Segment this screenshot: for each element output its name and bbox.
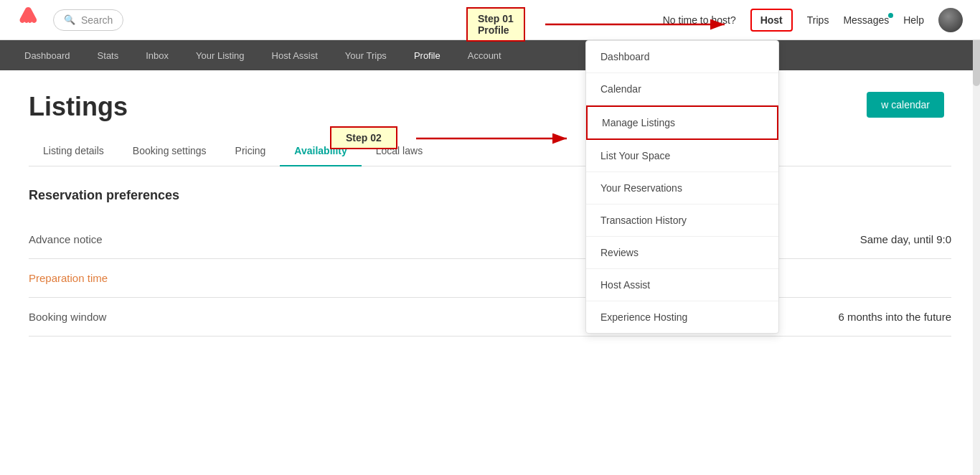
content-section: Reservation preferences Advance notice S…	[29, 188, 951, 337]
messages-button[interactable]: Messages	[843, 14, 889, 26]
page-title: Listings	[29, 92, 951, 122]
avatar[interactable]	[938, 8, 963, 32]
messages-notification-dot	[888, 13, 893, 18]
step01-annotation: Step 01 Profile	[466, 7, 525, 42]
tab-listing-details[interactable]: Listing details	[29, 136, 118, 166]
step02-annotation: Step 02	[330, 126, 397, 149]
dropdown-host-assist[interactable]: Host Assist	[586, 269, 778, 301]
section-title: Reservation preferences	[29, 188, 951, 203]
search-bar[interactable]: 🔍 Search	[53, 9, 123, 31]
host-nav-profile[interactable]: Profile	[411, 50, 443, 61]
host-nav-your-trips[interactable]: Your Trips	[342, 50, 390, 61]
field-preparation-time: Preparation time	[29, 259, 951, 298]
help-button[interactable]: Help	[903, 14, 924, 26]
search-icon: 🔍	[64, 14, 75, 25]
avatar-image	[938, 8, 963, 32]
dropdown-dashboard[interactable]: Dashboard	[586, 41, 778, 73]
dropdown-your-reservations[interactable]: Your Reservations	[586, 172, 778, 204]
advance-notice-label: Advance notice	[29, 233, 103, 245]
no-time-label: No time to host?	[663, 14, 736, 26]
field-booking-window: Booking window 6 months into the future	[29, 298, 951, 337]
tabs: Listing details Booking settings Pricing…	[29, 136, 951, 166]
host-nav-dashboard[interactable]: Dashboard	[22, 50, 73, 61]
scrollbar[interactable]	[973, 0, 980, 475]
host-nav-host-assist[interactable]: Host Assist	[269, 50, 321, 61]
tab-booking-settings[interactable]: Booking settings	[118, 136, 221, 166]
airbnb-logo[interactable]	[17, 6, 39, 34]
search-placeholder: Search	[81, 14, 113, 26]
host-navbar: Dashboard Stats Inbox Your Listing Host …	[0, 40, 980, 70]
host-nav-inbox[interactable]: Inbox	[143, 50, 171, 61]
preparation-time-label: Preparation time	[29, 272, 108, 284]
dropdown-manage-listings[interactable]: Manage Listings	[586, 105, 778, 140]
booking-window-value: 6 months into the future	[838, 311, 951, 323]
host-button[interactable]: Host	[750, 9, 793, 32]
nav-right: No time to host? Host Trips Messages Hel…	[663, 8, 963, 32]
booking-window-label: Booking window	[29, 311, 106, 323]
host-nav-account[interactable]: Account	[465, 50, 504, 61]
advance-notice-value: Same day, until 9:0	[860, 233, 951, 245]
field-advance-notice: Advance notice Same day, until 9:0	[29, 220, 951, 259]
calendar-btn-area: w calendar	[867, 92, 944, 118]
calendar-button[interactable]: w calendar	[867, 92, 944, 118]
trips-button[interactable]: Trips	[807, 14, 829, 26]
dropdown-reviews[interactable]: Reviews	[586, 237, 778, 269]
host-nav-stats[interactable]: Stats	[95, 50, 122, 61]
dropdown-experience-hosting[interactable]: Experience Hosting	[586, 301, 778, 333]
host-nav-your-listing[interactable]: Your Listing	[193, 50, 247, 61]
dropdown-menu: Dashboard Calendar Manage Listings List …	[585, 40, 779, 334]
dropdown-list-your-space[interactable]: List Your Space	[586, 140, 778, 172]
main-content: Listings w calendar Listing details Book…	[0, 70, 980, 358]
dropdown-calendar[interactable]: Calendar	[586, 73, 778, 105]
tab-pricing[interactable]: Pricing	[221, 136, 281, 166]
dropdown-transaction-history[interactable]: Transaction History	[586, 204, 778, 237]
